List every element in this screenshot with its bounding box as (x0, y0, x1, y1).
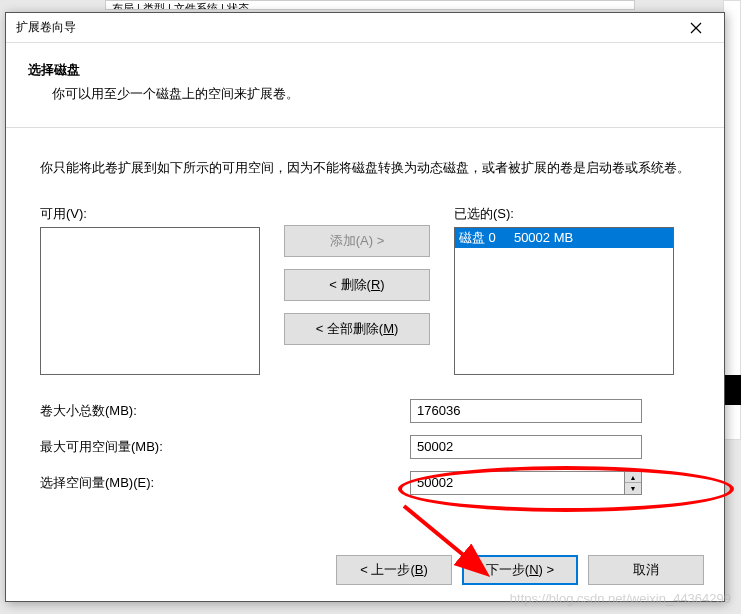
page-subtitle: 你可以用至少一个磁盘上的空间来扩展卷。 (28, 79, 702, 117)
max-space-label: 最大可用空间量(MB): (40, 438, 410, 456)
available-label: 可用(V): (40, 205, 260, 223)
background-fragment-top: 布局 | 类型 | 文件系统 | 状态 (105, 0, 635, 10)
titlebar: 扩展卷向导 (6, 13, 724, 43)
wizard-content: 你只能将此卷扩展到如下所示的可用空间，因为不能将磁盘转换为动态磁盘，或者被扩展的… (6, 128, 724, 495)
close-button[interactable] (676, 14, 716, 42)
total-size-value: 176036 (410, 399, 642, 423)
page-title: 选择磁盘 (28, 61, 702, 79)
add-button[interactable]: 添加(A) > (284, 225, 430, 257)
spinner-buttons: ▲ ▼ (624, 471, 642, 495)
select-amount-spinner: ▲ ▼ (410, 471, 642, 495)
spinner-up-button[interactable]: ▲ (625, 472, 641, 484)
cancel-button[interactable]: 取消 (588, 555, 704, 585)
available-listbox[interactable] (40, 227, 260, 375)
disk-selection-row: 可用(V): 添加(A) > < 删除(R) < 全部删除(M) 已选的(S):… (40, 205, 690, 375)
transfer-buttons: 添加(A) > < 删除(R) < 全部删除(M) (284, 205, 430, 345)
selected-column: 已选的(S): 磁盘 0 50002 MB (454, 205, 674, 375)
wizard-header: 选择磁盘 你可以用至少一个磁盘上的空间来扩展卷。 (6, 43, 724, 128)
close-icon (690, 22, 702, 34)
select-amount-row: 选择空间量(MB)(E): ▲ ▼ (40, 471, 690, 495)
selected-listbox[interactable]: 磁盘 0 50002 MB (454, 227, 674, 375)
wizard-footer: < 上一步(B) 下一步(N) > 取消 (336, 555, 704, 585)
max-space-row: 最大可用空间量(MB): 50002 (40, 435, 690, 459)
total-size-label: 卷大小总数(MB): (40, 402, 410, 420)
background-fragment-right (723, 0, 741, 440)
remove-all-button[interactable]: < 全部删除(M) (284, 313, 430, 345)
window-title: 扩展卷向导 (14, 19, 76, 36)
info-text: 你只能将此卷扩展到如下所示的可用空间，因为不能将磁盘转换为动态磁盘，或者被扩展的… (40, 158, 690, 179)
list-item[interactable]: 磁盘 0 50002 MB (455, 228, 673, 248)
total-size-row: 卷大小总数(MB): 176036 (40, 399, 690, 423)
selected-label: 已选的(S): (454, 205, 674, 223)
extend-volume-wizard-dialog: 扩展卷向导 选择磁盘 你可以用至少一个磁盘上的空间来扩展卷。 你只能将此卷扩展到… (5, 12, 725, 602)
next-button[interactable]: 下一步(N) > (462, 555, 578, 585)
select-amount-input[interactable] (410, 471, 624, 495)
max-space-value: 50002 (410, 435, 642, 459)
available-column: 可用(V): (40, 205, 260, 375)
remove-button[interactable]: < 删除(R) (284, 269, 430, 301)
select-amount-label: 选择空间量(MB)(E): (40, 474, 410, 492)
spinner-down-button[interactable]: ▼ (625, 483, 641, 494)
back-button[interactable]: < 上一步(B) (336, 555, 452, 585)
